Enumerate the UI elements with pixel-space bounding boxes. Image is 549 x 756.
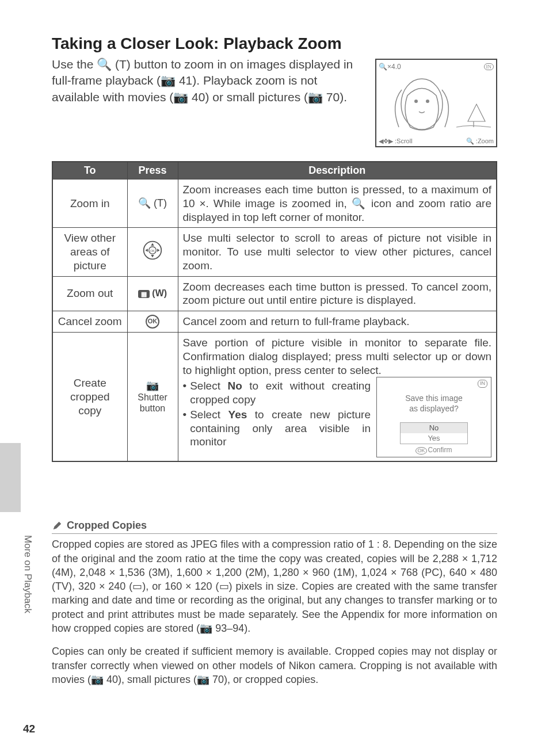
intro-wrap: Use the 🔍 (T) button to zoom in on image…: [52, 56, 497, 147]
shutter-label-1: Shutter: [138, 392, 167, 402]
section-title: Cropped Copies: [67, 520, 147, 532]
table-row: View other areas of picture OK Use multi…: [52, 228, 497, 276]
row-desc: Use multi selector to scroll to areas of…: [178, 228, 497, 276]
magnify-icon: 🔍 (T): [138, 197, 167, 209]
row-press: OK: [127, 228, 178, 276]
memory-in-badge: IN: [478, 380, 487, 387]
page-title: Taking a Closer Look: Playback Zoom: [52, 35, 497, 53]
intro-text: Use the 🔍 (T) button to zoom in on image…: [52, 56, 368, 147]
row-press: ▦ (W): [127, 276, 178, 311]
row-press: OK: [127, 311, 178, 333]
row-desc: Zoom increases each time button is press…: [178, 180, 497, 228]
crop-dialog-preview: IN Save this image as displayed? No Yes …: [376, 377, 491, 457]
section-p2: Copies can only be created if sufficient…: [52, 644, 497, 686]
row-desc: Zoom decreases each time button is press…: [178, 276, 497, 311]
col-to: To: [52, 162, 127, 180]
dialog-line-2: as displayed?: [409, 404, 459, 413]
page-number: 42: [23, 723, 35, 735]
col-press: Press: [127, 162, 178, 180]
row-to: Zoom in: [52, 180, 127, 228]
section-p1: Cropped copies are stored as JPEG files …: [52, 537, 497, 635]
zoom-hint: 🔍 :Zoom: [466, 138, 494, 145]
shutter-label-2: button: [140, 403, 165, 413]
dialog-line-1: Save this image: [405, 394, 463, 403]
svg-point-1: [414, 100, 418, 103]
shutter-icon: 📷: [132, 380, 173, 392]
zoom-preview: 🔍×4.0 IN ◀✥▶ :Scroll 🔍 :Zoom: [375, 59, 497, 147]
bullet-no: Select No to exit without creating cropp…: [190, 379, 371, 407]
table-row: Zoom out ▦ (W) Zoom decreases each time …: [52, 276, 497, 311]
controls-table: To Press Description Zoom in 🔍 (T) Zoom …: [52, 161, 497, 462]
scroll-hint: ◀✥▶ :Scroll: [379, 138, 413, 145]
dialog-option-yes: Yes: [401, 433, 467, 444]
ok-button-icon: OK: [146, 315, 159, 329]
cropped-copies-section: Cropped Copies Cropped copies are stored…: [52, 520, 497, 686]
row-press: 🔍 (T): [127, 180, 178, 228]
memory-in-badge: IN: [484, 63, 494, 70]
page-content: Taking a Closer Look: Playback Zoom Use …: [0, 0, 549, 719]
row-to: Create cropped copy: [52, 333, 127, 462]
preview-illustration: [376, 72, 496, 136]
table-row: Cancel zoom OK Cancel zoom and return to…: [52, 311, 497, 333]
svg-point-2: [426, 100, 429, 103]
table-row: Create cropped copy 📷 Shutter button Sav…: [52, 333, 497, 462]
row-to: Cancel zoom: [52, 311, 127, 333]
intro-paragraph: Use the 🔍 (T) button to zoom in on image…: [52, 56, 368, 105]
dialog-confirm: OKConfirm: [377, 446, 491, 455]
dialog-option-no: No: [401, 423, 467, 433]
row-desc: Save portion of picture visible in monit…: [178, 333, 497, 462]
row-press: 📷 Shutter button: [127, 333, 178, 462]
multi-selector-icon: OK: [142, 253, 163, 262]
crop-desc-top: Save portion of picture visible in monit…: [183, 336, 492, 377]
row-to: View other areas of picture: [52, 228, 127, 276]
pencil-icon: [52, 521, 62, 531]
col-desc: Description: [178, 162, 497, 180]
row-to: Zoom out: [52, 276, 127, 311]
svg-text:OK: OK: [150, 249, 155, 253]
row-desc: Cancel zoom and return to full-frame pla…: [178, 311, 497, 333]
table-row: Zoom in 🔍 (T) Zoom increases each time b…: [52, 180, 497, 228]
zoom-factor: 🔍×4.0: [379, 63, 401, 71]
bullet-yes: Select Yes to create new picture contain…: [190, 408, 371, 449]
thumbnail-icon: ▦: [138, 290, 150, 298]
